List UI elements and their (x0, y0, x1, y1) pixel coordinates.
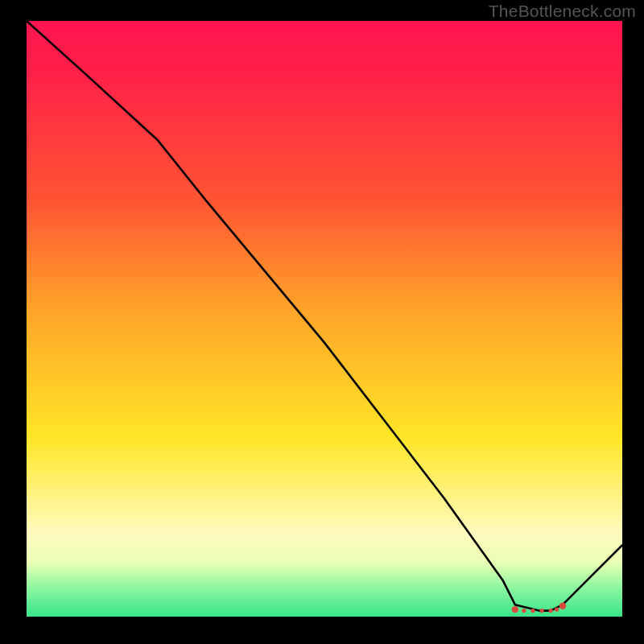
watermark-text: TheBottleneck.com (489, 2, 636, 21)
highlight-marker (512, 606, 518, 613)
highlight-marker (555, 608, 559, 612)
highlight-marker (540, 609, 544, 613)
chart-frame: TheBottleneck.com (0, 0, 644, 644)
highlight-marker (522, 609, 526, 613)
highlight-marker (559, 603, 566, 609)
highlight-marker (530, 609, 535, 613)
chart-svg (27, 21, 622, 617)
bottleneck-curve-path (27, 21, 622, 611)
highlight-marker (549, 609, 553, 613)
